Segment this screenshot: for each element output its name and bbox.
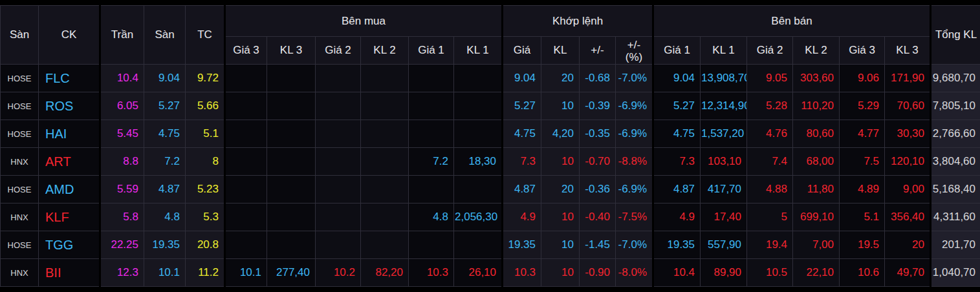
buy-vol3-cell[interactable] [267,231,316,259]
sell-vol1-cell[interactable]: 103,10 [701,148,747,176]
total-volume-cell[interactable]: 5,168,40 [931,176,980,203]
matched-vol-cell[interactable]: 10 [541,203,580,231]
floor-price-cell[interactable]: 19.35 [144,231,186,259]
floor-price-cell[interactable]: 5.27 [144,92,186,120]
matched-price-cell[interactable]: 7.3 [503,148,541,176]
sell-vol2-cell[interactable]: 80,60 [793,120,840,148]
table-row[interactable]: HNX BII 12.3 10.1 11.2 10.1 277,40 10.2 … [1,259,980,287]
ceiling-price-cell[interactable]: 10.4 [100,65,144,92]
buy-vol2-cell[interactable] [361,231,409,259]
sell-vol3-cell[interactable]: 171,90 [885,65,931,92]
buy-vol2-cell[interactable] [361,92,409,120]
change-cell[interactable]: -0.40 [580,203,616,231]
change-pct-cell[interactable]: -7.5% [616,203,653,231]
ceiling-price-cell[interactable]: 5.8 [100,203,144,231]
sell-price1-cell[interactable]: 4.9 [653,203,701,231]
sell-vol3-cell[interactable]: 20 [885,231,931,259]
sell-price2-cell[interactable]: 5 [747,203,793,231]
change-cell[interactable]: -0.68 [580,65,616,92]
buy-price1-cell[interactable]: 10.3 [409,259,454,287]
reference-price-cell[interactable]: 9.72 [186,65,225,92]
ticker-cell[interactable]: ROS [39,92,100,120]
sell-vol1-cell[interactable]: 12,314,90 [701,92,747,120]
matched-price-cell[interactable]: 5.27 [503,92,541,120]
buy-price2-cell[interactable] [316,231,361,259]
floor-price-cell[interactable]: 7.2 [144,148,186,176]
table-row[interactable]: HOSE AMD 5.59 4.87 5.23 4.87 20 -0.36 -6… [1,176,980,203]
sell-vol1-cell[interactable]: 13,908,70 [701,65,747,92]
matched-vol-cell[interactable]: 20 [541,176,580,203]
sell-price2-cell[interactable]: 10.5 [747,259,793,287]
sell-price3-cell[interactable]: 5.29 [840,92,885,120]
buy-vol2-cell[interactable]: 82,20 [361,259,409,287]
sell-vol3-cell[interactable]: 9,00 [885,176,931,203]
sell-vol2-cell[interactable]: 699,10 [793,203,840,231]
matched-vol-cell[interactable]: 10 [541,231,580,259]
table-row[interactable]: HOSE FLC 10.4 9.04 9.72 9.04 20 -0.68 -7… [1,65,980,92]
buy-price2-cell[interactable] [316,120,361,148]
change-pct-cell[interactable]: -6.9% [616,176,653,203]
sell-vol1-cell[interactable]: 1,537,20 [701,120,747,148]
buy-vol2-cell[interactable] [361,203,409,231]
matched-price-cell[interactable]: 19.35 [503,231,541,259]
buy-price2-cell[interactable] [316,176,361,203]
buy-price3-cell[interactable] [225,65,267,92]
change-pct-cell[interactable]: -6.9% [616,92,653,120]
sell-vol1-cell[interactable]: 89,90 [701,259,747,287]
sell-vol2-cell[interactable]: 7,00 [793,231,840,259]
ticker-cell[interactable]: FLC [39,65,100,92]
buy-price1-cell[interactable] [409,92,454,120]
buy-vol3-cell[interactable] [267,176,316,203]
change-cell[interactable]: -0.35 [580,120,616,148]
buy-price1-cell[interactable]: 7.2 [409,148,454,176]
total-volume-cell[interactable]: 201,70 [931,231,980,259]
buy-price1-cell[interactable]: 4.8 [409,203,454,231]
sell-price1-cell[interactable]: 4.87 [653,176,701,203]
change-pct-cell[interactable]: -6.9% [616,120,653,148]
change-pct-cell[interactable]: -8.0% [616,259,653,287]
sell-price3-cell[interactable]: 10.6 [840,259,885,287]
total-volume-cell[interactable]: 3,804,60 [931,148,980,176]
buy-vol3-cell[interactable] [267,203,316,231]
sell-vol2-cell[interactable]: 303,60 [793,65,840,92]
buy-price3-cell[interactable] [225,176,267,203]
buy-price1-cell[interactable] [409,176,454,203]
buy-vol2-cell[interactable] [361,120,409,148]
buy-vol1-cell[interactable] [454,176,503,203]
sell-price3-cell[interactable]: 9.06 [840,65,885,92]
ceiling-price-cell[interactable]: 22.25 [100,231,144,259]
floor-price-cell[interactable]: 9.04 [144,65,186,92]
change-cell[interactable]: -0.36 [580,176,616,203]
buy-price2-cell[interactable] [316,148,361,176]
total-volume-cell[interactable]: 4,311,60 [931,203,980,231]
buy-price2-cell[interactable] [316,92,361,120]
buy-vol3-cell[interactable]: 277,40 [267,259,316,287]
buy-vol2-cell[interactable] [361,65,409,92]
sell-price2-cell[interactable]: 5.28 [747,92,793,120]
buy-price3-cell[interactable] [225,203,267,231]
buy-vol1-cell[interactable] [454,120,503,148]
ticker-cell[interactable]: BII [39,259,100,287]
floor-price-cell[interactable]: 4.87 [144,176,186,203]
matched-price-cell[interactable]: 4.9 [503,203,541,231]
sell-price1-cell[interactable]: 7.3 [653,148,701,176]
buy-price2-cell[interactable] [316,203,361,231]
buy-vol1-cell[interactable]: 26,10 [454,259,503,287]
buy-price3-cell[interactable] [225,120,267,148]
sell-price3-cell[interactable]: 7.5 [840,148,885,176]
table-row[interactable]: HNX ART 8.8 7.2 8 7.2 18,30 7.3 10 -0.70… [1,148,980,176]
sell-vol2-cell[interactable]: 68,00 [793,148,840,176]
ceiling-price-cell[interactable]: 8.8 [100,148,144,176]
ticker-cell[interactable]: KLF [39,203,100,231]
reference-price-cell[interactable]: 8 [186,148,225,176]
matched-vol-cell[interactable]: 20 [541,65,580,92]
change-pct-cell[interactable]: -7.0% [616,231,653,259]
floor-price-cell[interactable]: 4.8 [144,203,186,231]
reference-price-cell[interactable]: 5.1 [186,120,225,148]
sell-price1-cell[interactable]: 9.04 [653,65,701,92]
total-volume-cell[interactable]: 7,805,10 [931,92,980,120]
buy-vol3-cell[interactable] [267,65,316,92]
buy-price3-cell[interactable] [225,231,267,259]
ticker-cell[interactable]: AMD [39,176,100,203]
matched-vol-cell[interactable]: 4,20 [541,120,580,148]
